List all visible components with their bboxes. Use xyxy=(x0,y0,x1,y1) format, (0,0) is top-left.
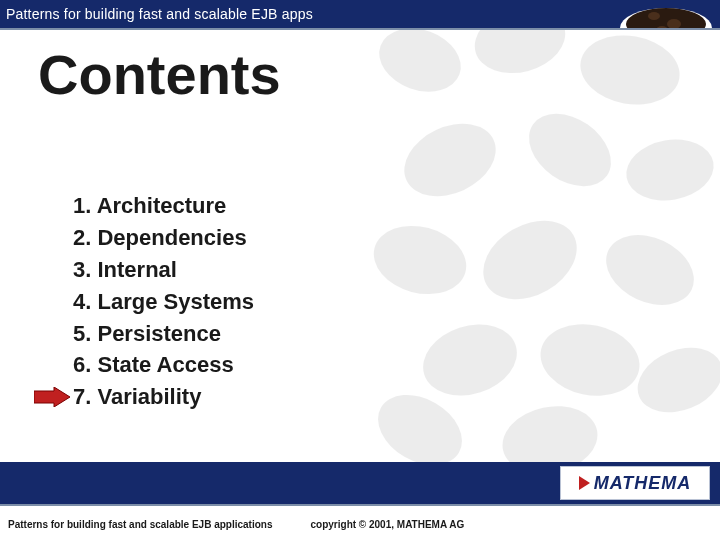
svg-point-3 xyxy=(393,110,508,210)
toc-item: 4. Large Systems xyxy=(73,286,254,318)
svg-point-8 xyxy=(595,222,705,319)
coffee-cup-icon xyxy=(610,0,720,28)
svg-point-2 xyxy=(575,28,685,112)
svg-point-6 xyxy=(366,216,474,304)
toc-item: 5. Persistence xyxy=(73,318,254,350)
logo-text: MATHEMA xyxy=(579,473,692,494)
svg-point-16 xyxy=(648,12,660,20)
svg-point-7 xyxy=(469,205,591,316)
background-beans xyxy=(360,0,720,470)
page-title: Contents xyxy=(38,42,281,107)
svg-point-13 xyxy=(496,398,604,470)
header-title: Patterns for building fast and scalable … xyxy=(0,6,313,22)
svg-point-10 xyxy=(534,315,646,404)
logo-label: MATHEMA xyxy=(594,473,692,494)
toc-item: 2. Dependencies xyxy=(73,222,254,254)
svg-point-11 xyxy=(628,336,720,425)
svg-point-9 xyxy=(414,313,526,407)
svg-point-12 xyxy=(366,381,475,470)
svg-point-0 xyxy=(370,17,469,102)
svg-point-15 xyxy=(626,8,706,28)
footer-text: Patterns for building fast and scalable … xyxy=(8,519,464,530)
svg-point-4 xyxy=(515,99,624,201)
logo-triangle-icon xyxy=(579,476,590,490)
logo: MATHEMA xyxy=(560,466,710,500)
footer-copyright: copyright © 2001, MATHEMA AG xyxy=(311,519,465,530)
header-underline xyxy=(0,28,720,30)
toc-item: 7. Variability xyxy=(73,381,254,413)
footer-left: Patterns for building fast and scalable … xyxy=(8,519,273,530)
current-arrow-icon xyxy=(34,387,70,407)
svg-point-5 xyxy=(621,133,718,207)
toc-item: 3. Internal xyxy=(73,254,254,286)
toc-list: 1. Architecture2. Dependencies3. Interna… xyxy=(73,190,254,413)
toc-item: 6. State Access xyxy=(73,349,254,381)
svg-marker-19 xyxy=(34,387,70,407)
toc-item: 1. Architecture xyxy=(73,190,254,222)
